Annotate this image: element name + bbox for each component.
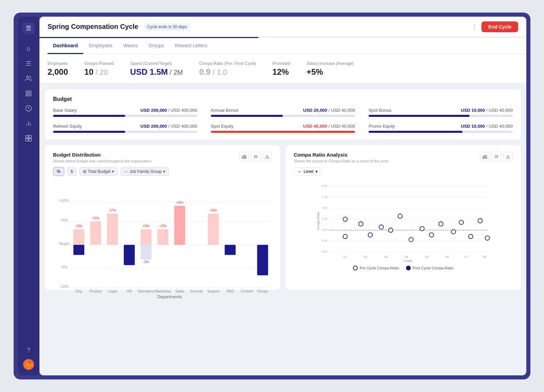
- sidebar-icon-barchart[interactable]: [22, 117, 35, 129]
- metric-groups: Groups Planned 10 / 20: [84, 61, 114, 77]
- svg-point-105: [409, 237, 413, 242]
- sidebar-icon-users[interactable]: [22, 72, 35, 85]
- legend-pre-dot: [353, 266, 358, 270]
- job-family-group-dropdown[interactable]: ↔Job Family Group▾: [120, 167, 169, 176]
- svg-rect-30: [73, 229, 84, 245]
- budget-grid: Base Salary USD 200,000 / USD 400,000 An…: [53, 108, 513, 133]
- svg-rect-2: [29, 91, 31, 93]
- content-area: Employees 2,000 Groups Planned 10 / 20 S…: [39, 54, 526, 375]
- svg-rect-68: [485, 155, 485, 159]
- svg-rect-38: [107, 214, 118, 245]
- list-chart-icon[interactable]: [251, 152, 260, 161]
- svg-rect-41: [124, 245, 135, 265]
- page-padding: Budget Base Salary USD 200,000 / USD 400…: [39, 89, 526, 301]
- svg-rect-67: [483, 156, 483, 159]
- svg-text:0.75: 0.75: [322, 239, 327, 243]
- svg-text:Security: Security: [190, 289, 203, 293]
- svg-point-104: [398, 214, 402, 218]
- svg-text:+5%: +5%: [92, 216, 99, 220]
- more-options-icon[interactable]: ⋮: [471, 23, 477, 31]
- budget-item-refresh-equity: Refresh Equity USD 200,000 / USD 400,000: [53, 124, 197, 133]
- svg-text:+3%: +3%: [75, 224, 82, 228]
- svg-rect-10: [29, 136, 32, 138]
- sidebar-icon-apps[interactable]: [22, 132, 35, 144]
- svg-text:Levels: Levels: [404, 260, 413, 262]
- svg-point-106: [420, 227, 424, 231]
- svg-rect-3: [26, 94, 28, 96]
- legend-post-label: Post Cycle Compa-Ratio: [413, 266, 454, 270]
- svg-text:-4%: -4%: [126, 265, 132, 269]
- compa-ratio-card: Compa Ratio Analysis Shows the impact to…: [286, 145, 521, 290]
- tab-waves[interactable]: Waves: [118, 38, 143, 54]
- sidebar-icon-list[interactable]: ☰: [22, 57, 35, 70]
- svg-point-108: [439, 222, 443, 226]
- sidebar-icon-help[interactable]: ?: [22, 344, 35, 356]
- svg-text:L4: L4: [405, 255, 408, 259]
- svg-rect-49: [157, 229, 168, 245]
- budget-distribution-card: Budget Distribution Shows where budget w…: [45, 145, 280, 290]
- svg-text:Marketing: Marketing: [155, 289, 171, 293]
- svg-rect-1: [26, 91, 28, 93]
- page-title: Spring Compensation Cycle: [48, 23, 138, 31]
- svg-text:+10%: +10%: [59, 198, 69, 202]
- total-budget-dropdown[interactable]: ⊞Total Budget▾: [79, 167, 118, 176]
- budget-value-refresh-equity: USD 200,000 / USD 400,000: [140, 124, 197, 129]
- svg-rect-4: [29, 94, 31, 96]
- metric-promoted: Promoted 12%: [272, 61, 290, 77]
- tab-dashboard[interactable]: Dashboard: [48, 38, 83, 54]
- sidebar-icon-home[interactable]: ⌂: [22, 42, 35, 55]
- svg-point-100: [359, 222, 363, 226]
- legend-pre-cycle: Pre Cycle Compa-Ratio: [353, 266, 399, 270]
- dollar-mode-btn[interactable]: $: [67, 167, 77, 176]
- level-dropdown[interactable]: ↔Level▾: [294, 167, 321, 176]
- svg-text:+8%: +8%: [176, 201, 183, 204]
- tab-groups[interactable]: Groups: [143, 38, 170, 54]
- svg-point-103: [389, 228, 393, 232]
- compa-ratio-chart-icons: [480, 152, 513, 161]
- compa-bar-chart-icon[interactable]: [480, 152, 490, 161]
- svg-rect-35: [90, 221, 101, 245]
- end-cycle-button[interactable]: End Cycle: [481, 21, 518, 32]
- compa-download-icon[interactable]: [503, 152, 513, 161]
- sidebar-icon-grid[interactable]: [22, 87, 35, 100]
- compa-list-icon[interactable]: [492, 152, 501, 161]
- svg-text:-2%: -2%: [76, 255, 82, 259]
- tab-reward-letters[interactable]: Reward Letters: [170, 38, 213, 54]
- metric-spend-label: Spend (Current/Target): [130, 61, 183, 66]
- svg-rect-11: [26, 139, 29, 141]
- svg-point-102: [379, 225, 384, 229]
- app-logo[interactable]: ☰: [22, 22, 35, 34]
- budget-item-base-salary: Base Salary USD 200,000 / USD 400,000: [53, 108, 197, 117]
- pct-mode-btn[interactable]: %: [53, 167, 64, 176]
- svg-text:1.50: 1.50: [322, 206, 327, 210]
- svg-rect-63: [257, 245, 268, 275]
- svg-rect-45: [141, 245, 152, 260]
- user-avatar[interactable]: 🍊: [23, 359, 34, 370]
- budget-title: Budget: [53, 96, 513, 102]
- budget-item-promo-equity: Promo Equity USD 10,000 / USD 40,000: [369, 124, 513, 133]
- svg-text:-2%: -2%: [227, 255, 233, 259]
- svg-text:+7%: +7%: [109, 209, 116, 212]
- sidebar: ☰ ⌂ ☰ ? 🍊: [18, 17, 39, 375]
- svg-text:2.00: 2.00: [322, 184, 327, 188]
- svg-text:Operations: Operations: [137, 289, 155, 293]
- svg-text:1.75: 1.75: [322, 195, 327, 199]
- budget-value-spot-bonus: USD 10,000 / USD 40,000: [461, 108, 513, 113]
- sidebar-icon-activity[interactable]: [22, 102, 35, 114]
- svg-text:Sales: Sales: [175, 289, 184, 293]
- budget-value-annual-bonus: USD 20,000 / USD 40,000: [303, 108, 355, 113]
- svg-text:Legal: Legal: [108, 289, 117, 293]
- svg-text:L3: L3: [385, 255, 388, 259]
- svg-point-110: [459, 220, 463, 225]
- metrics-row: Employees 2,000 Groups Planned 10 / 20 S…: [39, 54, 526, 84]
- compa-ratio-title: Compa Ratio Analysis: [294, 152, 389, 158]
- svg-text:0.50: 0.50: [322, 250, 327, 253]
- svg-text:L2: L2: [364, 255, 368, 259]
- svg-text:-6%: -6%: [259, 276, 266, 280]
- svg-text:+6%: +6%: [210, 209, 217, 212]
- budget-label-spot-bonus: Spot Bonus: [369, 108, 391, 113]
- download-icon[interactable]: [262, 152, 272, 161]
- tab-employees[interactable]: Employees: [83, 38, 118, 54]
- bar-chart-icon[interactable]: [239, 152, 249, 161]
- metric-employees-value: 2,000: [48, 67, 68, 77]
